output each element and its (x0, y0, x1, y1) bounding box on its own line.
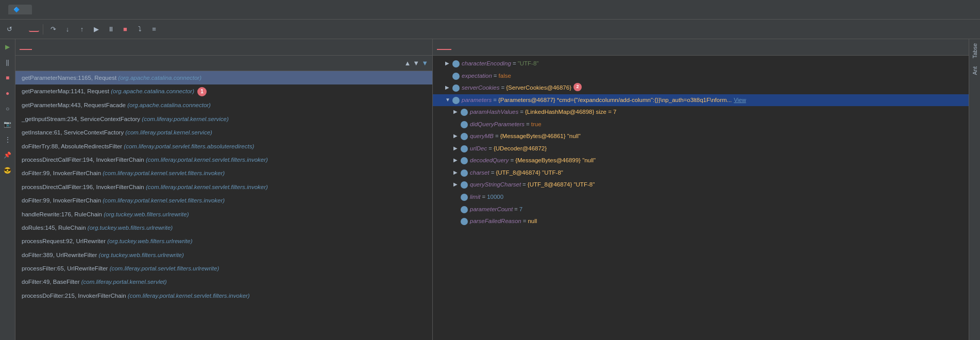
tabse-tab[interactable]: Tabse (970, 39, 979, 62)
frame-item[interactable]: doRules:145, RuleChain (org.tuckey.web.f… (15, 221, 432, 234)
variable-row[interactable]: parameterCount = 7 (433, 203, 969, 216)
pin-side-btn[interactable]: 📌 (2, 149, 13, 161)
frame-item[interactable]: doFilter:389, UrlRewriteFilter (org.tuck… (15, 248, 432, 262)
variable-row[interactable]: ▶serverCookies = {ServerCookies@46876}2 (433, 82, 969, 94)
variables-tab[interactable] (437, 45, 451, 50)
frame-item[interactable]: getInstance:61, ServiceContextFactory (c… (15, 126, 432, 139)
var-equals: = (514, 205, 518, 215)
face-side-btn[interactable]: 😎 (2, 165, 13, 176)
variable-row[interactable]: ▶charset = {UTF_8@46874} "UTF-8" (433, 167, 969, 179)
var-view-link[interactable]: View (734, 95, 746, 105)
var-expand-btn[interactable]: ▶ (453, 131, 461, 140)
variable-row[interactable]: limit = 10000 (433, 191, 969, 203)
var-expand-btn[interactable]: ▶ (445, 59, 452, 67)
breakpoint-side-btn[interactable]: ● (2, 88, 13, 99)
pause-side-btn[interactable]: || (2, 57, 13, 68)
variable-row[interactable]: ▶paramHashValues = {LinkedHashMap@46898}… (433, 106, 969, 118)
tomcat-tab[interactable]: 🔷 (8, 5, 32, 14)
frame-item[interactable]: doFilter:49, BaseFilter (com.liferay.por… (15, 275, 432, 288)
ant-tab[interactable]: Ant (970, 62, 979, 79)
frame-item[interactable]: processDirectCallFilter:194, InvokerFilt… (15, 153, 432, 166)
pause-btn[interactable]: ⏸ (105, 23, 117, 36)
frame-class: (org.tuckey.web.filters.urlrewrite) (99, 252, 184, 258)
frame-item[interactable]: processRequest:92, UrlRewriter (org.tuck… (15, 234, 432, 248)
muted-breakpoint-btn[interactable]: ○ (2, 103, 13, 114)
var-expand-btn[interactable]: ▶ (453, 144, 461, 152)
step-over-btn[interactable]: ↷ (47, 23, 59, 36)
variable-row[interactable]: ▶characterEncoding = "UTF-8" (433, 58, 969, 70)
frame-item[interactable]: processDoFilter:215, InvokerFilterChain … (15, 289, 432, 302)
variable-list: ▶characterEncoding = "UTF-8"expectation … (433, 56, 969, 340)
variable-row[interactable]: ▶queryStringCharset = {UTF_8@46874} "UTF… (433, 179, 969, 191)
stop-btn[interactable]: ■ (119, 23, 131, 36)
variable-row[interactable]: parseFailedReason = null (433, 215, 969, 228)
frames-tab[interactable] (20, 45, 32, 50)
var-name: paramHashValues (470, 107, 518, 117)
var-type-icon (461, 206, 468, 213)
restart-btn[interactable]: ↺ (3, 23, 15, 36)
frame-item[interactable]: _getInputStream:234, ServiceContextFacto… (15, 112, 432, 126)
variable-row[interactable]: ▶urlDec = {UDecoder@46872} (433, 143, 969, 155)
var-name: didQueryParameters (470, 120, 525, 130)
thread-controls: ▲ ▼ ▼ (404, 59, 428, 67)
var-expand-btn[interactable]: ▶ (453, 180, 461, 189)
variable-row[interactable]: ▼parameters = {Parameters@46877} *cmd={"… (433, 94, 969, 107)
var-value: null (528, 216, 537, 227)
frames-panel-header (15, 39, 432, 56)
var-name: decodedQuery (470, 156, 509, 166)
frame-item[interactable]: doFilter:99, InvokerFilterChain (com.lif… (15, 194, 432, 207)
frame-item[interactable]: getParameterMap:1141, Request (org.apach… (15, 84, 432, 98)
run-to-cursor-btn[interactable]: ⤵ (133, 23, 146, 36)
var-expand-btn[interactable]: ▶ (445, 83, 452, 92)
frame-item[interactable]: getParameterNames:1165, Request (org.apa… (15, 71, 432, 84)
var-expand-btn[interactable]: ▶ (453, 156, 461, 164)
frame-item[interactable]: handleRewrite:176, RuleChain (org.tuckey… (15, 208, 432, 221)
top-bar: 🔷 (0, 0, 980, 20)
frame-item[interactable]: doFilter:99, InvokerFilterChain (com.lif… (15, 166, 432, 180)
frame-class: (com.liferay.portal.kernel.servlet.filte… (146, 157, 268, 163)
var-type-icon (461, 181, 468, 189)
snapshot-btn[interactable]: 📷 (2, 118, 13, 130)
thread-bar: ▲ ▼ ▼ (15, 56, 432, 71)
top-bar-right (965, 9, 976, 11)
thread-up-btn[interactable]: ▲ (404, 59, 411, 67)
more-side-btn[interactable]: ⋮ (2, 134, 13, 145)
frame-item[interactable]: doFilterTry:88, AbsoluteRedirectsFilter … (15, 140, 432, 153)
var-type-icon (461, 121, 468, 128)
thread-down-btn[interactable]: ▼ (413, 59, 419, 67)
var-expand-btn[interactable]: ▶ (453, 168, 461, 177)
step-into-btn[interactable]: ↓ (61, 23, 74, 36)
evaluate-btn[interactable]: ≡ (148, 23, 160, 36)
var-expand-btn[interactable]: ▶ (453, 107, 461, 116)
minimize-btn[interactable] (972, 9, 976, 11)
var-expand-btn[interactable]: ▼ (445, 95, 452, 104)
variable-row[interactable]: didQueryParameters = true (433, 118, 969, 131)
resume-btn[interactable]: ▶ (90, 23, 103, 36)
frame-item[interactable]: getParameterMap:443, RequestFacade (org.… (15, 98, 432, 112)
var-type-icon (461, 169, 468, 177)
stop-side-btn[interactable]: ■ (2, 72, 13, 83)
debugger-tab[interactable] (29, 27, 39, 32)
resume-side-btn[interactable]: ▶ (2, 41, 13, 53)
variable-row[interactable]: expectation = false (433, 70, 969, 82)
variable-row[interactable]: ▶decodedQuery = {MessageBytes@46899} "nu… (433, 155, 969, 167)
thread-filter-btn[interactable]: ▼ (421, 59, 428, 67)
variable-row[interactable]: ▶queryMB = {MessageBytes@46861} "null" (433, 130, 969, 143)
frame-class: (com.liferay.portal.servlet.filters.urlr… (110, 265, 219, 271)
step-out-btn[interactable]: ↑ (76, 23, 88, 36)
frame-class: (org.apache.catalina.connector) (118, 75, 201, 81)
var-equals: = (513, 59, 516, 69)
frame-badge: 1 (197, 87, 207, 96)
view-tabs (18, 27, 39, 32)
frame-method: processDirectCallFilter:194, InvokerFilt… (22, 157, 146, 163)
console-tab[interactable] (18, 27, 28, 32)
var-name: parameterCount (470, 205, 513, 215)
frame-class: (com.liferay.portal.kernel.service) (142, 116, 229, 122)
frame-item[interactable]: processDirectCallFilter:196, InvokerFilt… (15, 180, 432, 194)
var-name: limit (470, 192, 480, 202)
frame-method: processRequest:92, UrlRewriter (22, 238, 107, 244)
more-options-btn[interactable] (965, 9, 969, 11)
var-value: {MessageBytes@46899} "null" (515, 156, 596, 166)
frames-panel: ▲ ▼ ▼ getParameterNames:1165, Request (o… (15, 39, 433, 340)
frame-item[interactable]: processFilter:65, UrlRewriteFilter (com.… (15, 262, 432, 275)
